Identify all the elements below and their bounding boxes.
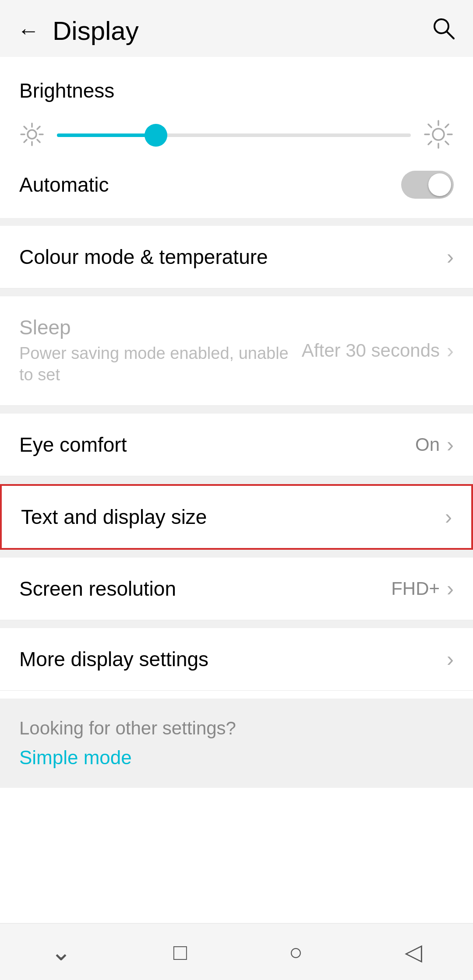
svg-line-9 [37,126,40,129]
slider-fill [57,133,156,137]
screen-resolution-value: FHD+ [391,578,440,599]
chevron-right-icon: › [445,506,452,527]
eye-comfort-value: On [415,434,440,455]
text-display-size-item[interactable]: Text and display size › [0,484,473,550]
main-content: Brightness [0,57,473,923]
navigation-bar: ⌄ □ ○ ◁ [0,923,473,980]
chevron-right-icon: › [447,246,454,267]
slider-thumb[interactable] [145,124,167,147]
colour-mode-title: Colour mode & temperature [19,245,447,269]
brightness-slider[interactable] [57,133,411,137]
svg-line-16 [428,124,431,127]
brightness-max-icon [423,119,454,151]
section-divider-3 [0,406,473,414]
section-divider-1 [0,218,473,226]
section-divider-6 [0,620,473,628]
toggle-knob [428,173,451,196]
section-divider-4 [0,476,473,484]
simple-mode-link[interactable]: Simple mode [19,747,454,769]
nav-square-icon[interactable]: □ [173,939,187,965]
brightness-slider-row [19,119,454,151]
svg-point-11 [433,129,444,140]
nav-down-icon[interactable]: ⌄ [51,938,71,966]
section-divider-2 [0,288,473,296]
sleep-item[interactable]: Sleep Power saving mode enabled, unable … [0,296,473,406]
looking-for-text: Looking for other settings? [19,718,454,739]
text-display-size-title: Text and display size [21,505,445,529]
nav-circle-icon[interactable]: ○ [289,939,303,965]
svg-line-18 [445,124,448,127]
eye-comfort-item[interactable]: Eye comfort On › [0,414,473,476]
sleep-title: Sleep [19,316,302,339]
nav-back-icon[interactable]: ◁ [405,939,422,965]
automatic-row: Automatic [19,171,454,200]
settings-screen: ← Display Brightness [0,0,473,980]
svg-line-19 [428,141,431,144]
chevron-right-icon: › [447,340,454,361]
brightness-min-icon [19,122,45,149]
chevron-right-icon: › [447,434,454,455]
chevron-right-icon: › [447,649,454,670]
more-display-settings-title: More display settings [19,647,447,671]
brightness-section: Brightness [0,57,473,218]
brightness-label: Brightness [19,79,454,102]
chevron-right-icon: › [447,578,454,599]
page-title: Display [53,16,139,46]
eye-comfort-title: Eye comfort [19,433,415,457]
sleep-subtitle: Power saving mode enabled, unable to set [19,343,302,386]
svg-line-17 [445,141,448,144]
header: ← Display [0,0,473,57]
more-display-settings-item[interactable]: More display settings › [0,628,473,691]
colour-mode-item[interactable]: Colour mode & temperature › [0,226,473,288]
sleep-value: After 30 seconds [302,340,440,361]
header-left: ← Display [18,16,139,46]
back-button[interactable]: ← [18,20,39,42]
svg-line-10 [24,140,27,142]
svg-line-8 [37,140,40,142]
svg-line-7 [24,126,27,129]
svg-line-1 [447,32,454,39]
automatic-toggle[interactable] [401,171,454,199]
automatic-label: Automatic [19,173,109,197]
search-icon[interactable] [431,16,455,46]
screen-resolution-title: Screen resolution [19,577,391,601]
section-divider-5 [0,550,473,558]
screen-resolution-item[interactable]: Screen resolution FHD+ › [0,558,473,620]
svg-point-2 [28,130,36,139]
looking-for-section: Looking for other settings? Simple mode [0,699,473,788]
